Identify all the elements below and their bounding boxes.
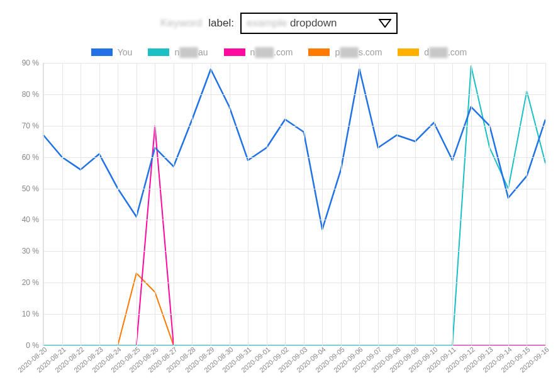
legend-item[interactable]: d███.com: [398, 47, 467, 57]
gridline-vertical: [397, 63, 398, 345]
y-axis-label: 90 %: [13, 59, 39, 67]
gridline-horizontal: [43, 314, 545, 315]
legend-swatch: [148, 48, 169, 56]
gridline-horizontal: [43, 94, 545, 95]
filter-bar: Keyword label: example dropdown: [0, 13, 558, 34]
chart-legend: Youn███aun███.comp███s.comd███.com: [0, 47, 558, 57]
legend-swatch: [224, 48, 245, 56]
gridline-horizontal: [43, 63, 545, 64]
keyword-dropdown[interactable]: example dropdown: [240, 13, 398, 34]
gridline-vertical: [471, 63, 472, 345]
legend-label: You: [118, 47, 133, 57]
gridline-vertical: [137, 63, 137, 345]
gridline-vertical: [304, 63, 304, 345]
dropdown-value: dropdown: [290, 17, 337, 29]
gridline-vertical: [118, 63, 118, 345]
gridline-vertical: [248, 63, 248, 345]
gridline-vertical: [267, 63, 267, 345]
gridline-vertical: [322, 63, 323, 345]
gridline-vertical: [99, 63, 100, 345]
gridline-vertical: [192, 63, 193, 345]
gridline-vertical: [285, 63, 286, 345]
gridline-vertical: [230, 63, 230, 345]
legend-swatch: [308, 48, 330, 56]
chart-lines: [43, 63, 545, 345]
y-axis-label: 40 %: [13, 215, 39, 224]
x-axis-labels: 2020-08-202020-08-212020-08-222020-08-23…: [43, 349, 545, 384]
gridline-vertical: [211, 63, 211, 345]
gridline-horizontal: [43, 283, 545, 283]
filter-label: label:: [208, 17, 234, 30]
y-axis-label: 60 %: [13, 153, 39, 162]
legend-item[interactable]: You: [91, 47, 133, 57]
gridline-vertical: [508, 63, 509, 345]
legend-label: n███au: [174, 47, 208, 57]
gridline-horizontal: [43, 126, 545, 126]
gridline-horizontal: [43, 251, 545, 252]
chevron-down-icon: [379, 19, 391, 28]
gridline-vertical: [527, 63, 527, 345]
page-root: Keyword label: example dropdown Youn███a…: [0, 0, 558, 392]
legend-swatch: [398, 48, 419, 56]
plot-box: [43, 63, 545, 346]
gridline-vertical: [341, 63, 342, 345]
gridline-vertical: [43, 63, 44, 345]
gridline-vertical: [452, 63, 453, 345]
legend-label: p███s.com: [335, 47, 382, 57]
y-axis-label: 70 %: [13, 121, 39, 130]
gridline-vertical: [434, 63, 435, 345]
y-axis-label: 30 %: [13, 247, 39, 255]
gridline-vertical: [81, 63, 81, 345]
gridline-vertical: [545, 63, 546, 345]
gridline-vertical: [415, 63, 416, 345]
y-axis-label: 0 %: [13, 341, 39, 350]
legend-item[interactable]: p███s.com: [308, 47, 382, 57]
gridline-vertical: [489, 63, 490, 345]
gridline-horizontal: [43, 189, 545, 189]
legend-item[interactable]: n███au: [148, 47, 208, 57]
y-axis-label: 50 %: [13, 184, 39, 193]
series-line: [43, 69, 545, 229]
gridline-vertical: [359, 63, 360, 345]
chart-area: 2020-08-202020-08-212020-08-222020-08-23…: [13, 63, 545, 381]
gridline-vertical: [174, 63, 174, 345]
gridline-vertical: [155, 63, 155, 345]
gridline-horizontal: [43, 220, 545, 220]
series-line: [43, 273, 545, 345]
legend-label: d███.com: [424, 47, 467, 57]
legend-label: n███.com: [250, 47, 293, 57]
series-line: [43, 126, 545, 345]
y-axis-label: 20 %: [13, 278, 39, 287]
gridline-horizontal: [43, 157, 545, 158]
y-axis-label: 10 %: [13, 310, 39, 318]
svg-marker-0: [379, 20, 391, 27]
gridline-vertical: [378, 63, 379, 345]
y-axis-label: 80 %: [13, 90, 39, 99]
dropdown-value-blurred: example: [247, 17, 287, 29]
legend-swatch: [91, 48, 113, 56]
gridline-vertical: [62, 63, 63, 345]
filter-keyword-blurred: Keyword: [160, 17, 202, 30]
legend-item[interactable]: n███.com: [224, 47, 293, 57]
